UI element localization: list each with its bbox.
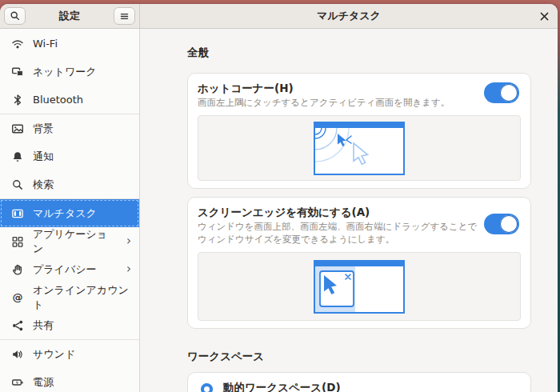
sidebar-item-multitasking[interactable]: マルチタスク [0, 199, 139, 227]
sidebar-item-label: 通知 [33, 150, 54, 164]
bluetooth-icon [11, 94, 24, 106]
window-body: Wi-Fi ネットワーク Bluetooth [0, 29, 558, 392]
hot-corner-illustration [198, 115, 521, 181]
sidebar-item-label: Bluetooth [33, 94, 83, 106]
section-heading-workspaces: ワークスペース [187, 350, 531, 364]
screen-edges-card: スクリーンエッジを有効にする(A) ウィンドウを画面上部、画面左端、画面右端にド… [187, 197, 531, 329]
search-button[interactable] [4, 7, 26, 25]
sidebar-item-label: プライバシー [33, 262, 97, 277]
sidebar-item-background[interactable]: 背景 [0, 114, 139, 142]
sidebar-item-label: ネットワーク [33, 65, 97, 79]
hot-corner-toggle[interactable] [484, 82, 519, 103]
sidebar-item-label: 共有 [33, 318, 54, 333]
sidebar-item-wifi[interactable]: Wi-Fi [0, 30, 139, 58]
sidebar-item-label: 検索 [33, 178, 54, 192]
sidebar-item-privacy[interactable]: プライバシー › [0, 255, 139, 283]
sidebar-item-label: 背景 [33, 122, 54, 136]
hamburger-menu-icon [119, 11, 130, 22]
app-title: 設定 [29, 9, 110, 23]
sidebar: Wi-Fi ネットワーク Bluetooth [0, 29, 140, 392]
search-icon [10, 10, 21, 22]
sidebar-item-label: アプリケーション [33, 227, 118, 256]
screen-edges-subtitle: ウィンドウを画面上部、画面左端、画面右端にドラッグすることでウィンドウサイズを変… [198, 220, 479, 246]
sidebar-item-network[interactable]: ネットワーク [0, 58, 139, 86]
wifi-icon [11, 38, 24, 50]
close-button[interactable] [540, 4, 549, 28]
titlebar: 設定 マルチタスク [0, 4, 558, 29]
app-grid-icon [11, 235, 24, 248]
network-icon [11, 66, 24, 78]
magnifier-icon [11, 178, 24, 191]
dynamic-workspaces-radio[interactable] [201, 383, 213, 392]
dynamic-workspaces-card: 動的ワークスペース(D) 空のワークスペースを自動的に削除します。 [187, 372, 531, 392]
bell-icon [11, 150, 24, 163]
hot-corner-card: ホットコーナー(H) 画面左上隅にタッチするとアクティビティ画面を開きます。 [187, 73, 531, 189]
background-icon [11, 122, 24, 135]
sidebar-item-label: Wi-Fi [33, 38, 58, 50]
hot-corner-subtitle: 画面左上隅にタッチするとアクティビティ画面を開きます。 [198, 96, 478, 109]
battery-icon [11, 376, 24, 389]
multitasking-page: 全般 ホットコーナー(H) 画面左上隅にタッチするとアクティビティ画面を開きます… [187, 29, 531, 392]
hand-icon [11, 263, 24, 276]
page-title: マルチタスク [317, 9, 381, 23]
sidebar-titlebar: 設定 [0, 4, 140, 28]
screen-edges-title: スクリーンエッジを有効にする(A) [198, 205, 521, 219]
sidebar-item-notifications[interactable]: 通知 [0, 142, 139, 170]
sidebar-item-applications[interactable]: アプリケーション › [0, 227, 139, 255]
hot-corner-title: ホットコーナー(H) [198, 81, 521, 95]
chevron-right-icon: › [126, 235, 131, 247]
settings-window: 設定 マルチタスク [0, 4, 558, 392]
sidebar-item-search[interactable]: 検索 [0, 170, 139, 198]
sidebar-item-label: マルチタスク [33, 206, 97, 221]
hot-corner-art [314, 122, 405, 175]
screen-edges-toggle[interactable] [484, 214, 519, 234]
chevron-right-icon: › [126, 263, 131, 275]
close-icon [540, 12, 549, 21]
share-icon [11, 319, 24, 332]
sidebar-item-label: オンラインアカウント [33, 283, 131, 312]
dynamic-workspaces-title: 動的ワークスペース(D) [223, 380, 521, 392]
sidebar-item-online-accounts[interactable]: @ オンラインアカウント [0, 283, 139, 311]
screen-edges-illustration [198, 252, 521, 321]
sidebar-item-label: 電源 [33, 375, 54, 390]
sidebar-item-sound[interactable]: サウンド [0, 340, 139, 368]
sidebar-item-power[interactable]: 電源 [0, 368, 139, 392]
sidebar-item-label: サウンド [33, 347, 75, 362]
speaker-icon [11, 348, 24, 361]
sidebar-item-sharing[interactable]: 共有 [0, 311, 139, 339]
main-pane: 全般 ホットコーナー(H) 画面左上隅にタッチするとアクティビティ画面を開きます… [140, 29, 558, 392]
screen-edges-art [314, 260, 405, 314]
main-menu-button[interactable] [114, 7, 135, 25]
multitasking-icon [11, 207, 24, 220]
sidebar-item-bluetooth[interactable]: Bluetooth [0, 86, 139, 114]
section-heading-general: 全般 [187, 46, 531, 60]
main-titlebar: マルチタスク [140, 4, 558, 28]
at-sign-icon: @ [11, 291, 24, 304]
